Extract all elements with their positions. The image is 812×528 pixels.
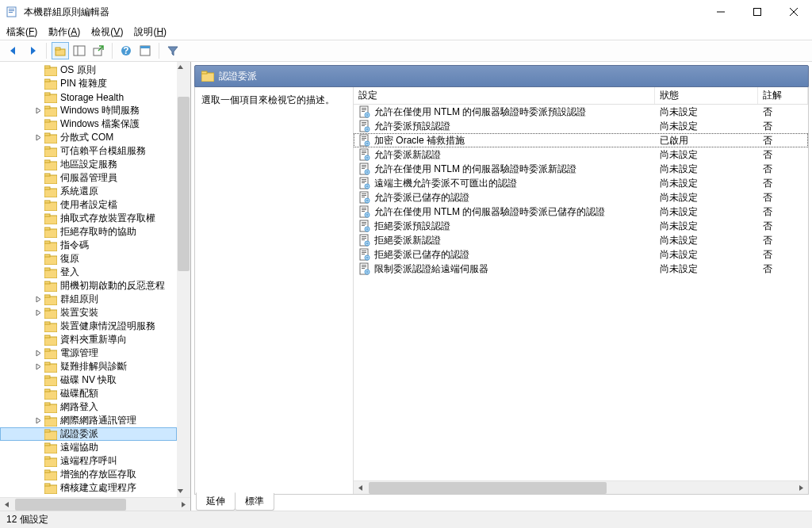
column-setting[interactable]: 設定 — [354, 87, 655, 104]
tree-item[interactable]: 拒絕存取時的協助 — [0, 225, 177, 239]
tree-item[interactable]: 增強的存放區存取 — [0, 468, 177, 481]
tree-item-label: 資料夾重新導向 — [60, 333, 127, 346]
tree-item[interactable]: 電源管理 — [0, 346, 177, 360]
tree-item[interactable]: 抽取式存放裝置存取權 — [0, 212, 177, 225]
svg-rect-82 — [201, 71, 207, 74]
properties-button[interactable] — [136, 42, 154, 59]
tree-item[interactable]: Windows 檔案保護 — [0, 117, 177, 131]
tab-standard[interactable]: 標準 — [235, 493, 274, 511]
tab-extended[interactable]: 延伸 — [196, 492, 236, 511]
svg-rect-78 — [44, 470, 50, 473]
tree-item[interactable]: 地區設定服務 — [0, 158, 177, 171]
tree-item[interactable]: 遠端程序呼叫 — [0, 454, 177, 468]
tree-item[interactable]: 裝置安裝 — [0, 306, 177, 319]
tree-horizontal-scrollbar[interactable] — [0, 497, 190, 511]
tree-item[interactable]: 群組原則 — [0, 293, 177, 306]
column-comment[interactable]: 註解 — [758, 87, 808, 104]
tree-item[interactable]: 分散式 COM — [0, 131, 177, 144]
menu-view[interactable]: 檢視(V) — [91, 25, 123, 39]
svg-rect-91 — [362, 122, 366, 123]
list-horizontal-scrollbar[interactable] — [354, 480, 808, 494]
tree-item[interactable]: 可信賴平台模組服務 — [0, 144, 177, 158]
setting-row[interactable]: 加密 Oracle 補救措施已啟用否 — [354, 133, 808, 147]
svg-rect-133 — [362, 208, 366, 209]
tree-item[interactable]: 稽核建立處理程序 — [0, 481, 177, 495]
tree-item-label: 網際網路通訊管理 — [60, 414, 136, 427]
setting-state: 已啟用 — [655, 134, 758, 147]
tree-item[interactable]: 網路登入 — [0, 400, 177, 414]
tree-item-label: 伺服器管理員 — [60, 171, 117, 185]
chevron-right-icon[interactable] — [33, 133, 43, 143]
chevron-right-icon[interactable] — [33, 416, 43, 426]
setting-row[interactable]: 允許委派已儲存的認證尚未設定否 — [354, 190, 808, 205]
setting-row[interactable]: 拒絕委派預設認證尚未設定否 — [354, 219, 808, 233]
svg-rect-33 — [44, 175, 57, 184]
svg-rect-145 — [366, 229, 369, 230]
tree-item[interactable]: 復原 — [0, 252, 177, 266]
chevron-right-icon[interactable] — [33, 308, 43, 318]
tree-item[interactable]: OS 原則 — [0, 63, 177, 77]
setting-row[interactable]: 遠端主機允許委派不可匯出的認證尚未設定否 — [354, 176, 808, 190]
up-button[interactable] — [52, 42, 69, 59]
tree[interactable]: OS 原則PIN 複雜度Storage HealthWindows 時間服務Wi… — [0, 62, 177, 496]
svg-rect-63 — [44, 377, 57, 386]
column-state[interactable]: 狀態 — [655, 87, 758, 104]
setting-row[interactable]: 拒絕委派新認證尚未設定否 — [354, 233, 808, 247]
tree-item[interactable]: 開機初期啟動的反惡意程 — [0, 279, 177, 293]
svg-rect-112 — [362, 165, 366, 166]
filter-button[interactable] — [164, 42, 182, 59]
svg-rect-67 — [44, 404, 57, 413]
chevron-right-icon[interactable] — [33, 106, 43, 116]
tree-item[interactable]: PIN 複雜度 — [0, 77, 177, 90]
tree-item[interactable]: 磁碟配額 — [0, 387, 177, 400]
tree-item-label: 磁碟 NV 快取 — [60, 373, 117, 387]
list-header[interactable]: 設定 狀態 註解 — [354, 87, 808, 105]
title-bar: 本機群組原則編輯器 — [0, 0, 812, 24]
tree-item[interactable]: 指令碼 — [0, 239, 177, 252]
svg-rect-79 — [44, 485, 57, 494]
setting-row[interactable]: 允許委派預設認證尚未設定否 — [354, 119, 808, 133]
tree-item[interactable]: 網際網路通訊管理 — [0, 414, 177, 427]
tree-item[interactable]: 資料夾重新導向 — [0, 333, 177, 346]
tree-item[interactable]: 疑難排解與診斷 — [0, 360, 177, 373]
tree-item-label: 電源管理 — [60, 346, 98, 360]
chevron-right-icon[interactable] — [33, 295, 43, 304]
folder-icon — [44, 200, 57, 211]
tree-item-label: 磁碟配額 — [60, 387, 98, 400]
chevron-right-icon[interactable] — [33, 362, 43, 372]
setting-icon — [358, 105, 371, 118]
setting-row[interactable]: 拒絕委派已儲存的認證尚未設定否 — [354, 247, 808, 262]
tree-item[interactable]: 認證委派 — [0, 427, 177, 441]
tree-item[interactable]: 伺服器管理員 — [0, 171, 177, 185]
tree-item[interactable]: 遠端協助 — [0, 441, 177, 454]
tree-item[interactable]: 使用者設定檔 — [0, 198, 177, 212]
tree-item[interactable]: 系統還原 — [0, 185, 177, 198]
close-button[interactable] — [776, 0, 812, 24]
show-tree-button[interactable] — [71, 42, 88, 59]
setting-row[interactable]: 允許委派新認證尚未設定否 — [354, 147, 808, 162]
menu-file[interactable]: 檔案(F) — [6, 25, 37, 39]
tree-vertical-scrollbar[interactable] — [177, 62, 190, 497]
tree-item[interactable]: Storage Health — [0, 90, 177, 104]
back-button[interactable] — [5, 42, 22, 59]
minimize-button[interactable] — [703, 0, 739, 24]
export-button[interactable] — [90, 42, 107, 59]
setting-row[interactable]: 允許在僅使用 NTLM 的伺服器驗證時委派已儲存的認證尚未設定否 — [354, 205, 808, 219]
chevron-right-icon[interactable] — [33, 349, 43, 358]
menu-action[interactable]: 動作(A) — [48, 25, 80, 39]
settings-list[interactable]: 允許在僅使用 NTLM 的伺服器驗證時委派預設認證尚未設定否允許委派預設認證尚未… — [354, 105, 808, 480]
maximize-button[interactable] — [739, 0, 776, 24]
forward-button[interactable] — [24, 42, 41, 59]
setting-row[interactable]: 允許在僅使用 NTLM 的伺服器驗證時委派預設認證尚未設定否 — [354, 105, 808, 119]
setting-state: 尚未設定 — [655, 148, 758, 162]
menu-help[interactable]: 說明(H) — [134, 25, 167, 39]
svg-rect-162 — [362, 266, 366, 267]
setting-row[interactable]: 允許在僅使用 NTLM 的伺服器驗證時委派新認證尚未設定否 — [354, 162, 808, 176]
help-button[interactable]: ? — [117, 42, 135, 59]
tree-item[interactable]: Windows 時間服務 — [0, 104, 177, 117]
setting-row[interactable]: 限制委派認證給遠端伺服器尚未設定否 — [354, 262, 808, 276]
tree-item[interactable]: 裝置健康情況證明服務 — [0, 319, 177, 333]
tree-item[interactable]: 登入 — [0, 266, 177, 279]
tree-item-label: 開機初期啟動的反惡意程 — [60, 279, 165, 293]
tree-item[interactable]: 磁碟 NV 快取 — [0, 373, 177, 387]
